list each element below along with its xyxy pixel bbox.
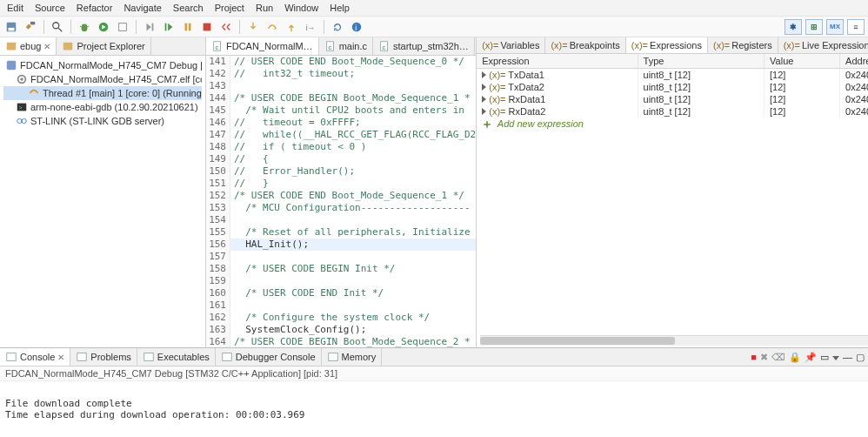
- code-line[interactable]: 164 /* USER CODE BEGIN Boot_Mode_Sequenc…: [206, 336, 476, 347]
- code-line[interactable]: 159: [206, 275, 476, 287]
- code-line[interactable]: 155 /* Reset of all peripherals, Initial…: [206, 226, 476, 239]
- pin-icon[interactable]: 📌: [805, 352, 817, 363]
- remove-icon[interactable]: ✖: [760, 352, 768, 363]
- code-line[interactable]: 146 // timeout = 0xFFFF;: [206, 117, 476, 129]
- column-header[interactable]: Type: [638, 54, 765, 69]
- expand-icon[interactable]: [482, 84, 486, 91]
- left-tab-project explorer[interactable]: Project Explorer: [57, 37, 150, 55]
- view-tab-registers[interactable]: (x)=Registers: [708, 37, 778, 53]
- code-line[interactable]: 147 // while((__HAL_RCC_GET_FLAG(RCC_FLA…: [206, 129, 476, 141]
- menu-help[interactable]: Help: [330, 3, 350, 13]
- menu-window[interactable]: Window: [284, 3, 318, 13]
- info-icon[interactable]: i: [349, 19, 364, 35]
- expression-row[interactable]: (x)= TxData2 uint8_t [12][12]0x24000280: [477, 81, 868, 93]
- menu-project[interactable]: Project: [215, 3, 244, 13]
- terminate-icon[interactable]: ■: [751, 352, 757, 363]
- code-line[interactable]: 157: [206, 251, 476, 263]
- left-tab-ebug[interactable]: ebug ✕: [0, 37, 57, 55]
- add-expression-row[interactable]: Add new expression: [477, 118, 868, 131]
- menu-refactor[interactable]: Refactor: [77, 3, 113, 13]
- perspective-debug[interactable]: ✱: [785, 19, 802, 35]
- perspective-mx[interactable]: MX: [826, 19, 844, 35]
- column-header[interactable]: Address: [840, 54, 868, 69]
- code-line[interactable]: 161: [206, 299, 476, 312]
- tree-item[interactable]: Thread #1 [main] 1 [core: 0] (Running : …: [3, 86, 202, 100]
- step-into-icon[interactable]: [245, 19, 261, 35]
- code-line[interactable]: 160 /* USER CODE END Init */: [206, 287, 476, 299]
- menu-icon[interactable]: [832, 352, 839, 363]
- view-tab-breakpoints[interactable]: (x)=Breakpoints: [545, 37, 625, 53]
- expression-row[interactable]: (x)= RxData2 uint8_t [12][12]0x2400028c: [477, 105, 868, 118]
- skip-icon[interactable]: [142, 19, 157, 35]
- view-tab-live expressions[interactable]: (x)=Live Expressions: [778, 37, 868, 53]
- code-line[interactable]: 141 // USER CODE END Boot_Mode_Sequence_…: [206, 56, 476, 68]
- code-line[interactable]: 145 /* Wait until CPU2 boots and enters …: [206, 104, 476, 117]
- column-header[interactable]: Expression: [477, 54, 638, 69]
- expand-icon[interactable]: [482, 108, 486, 115]
- reset-icon[interactable]: [330, 19, 345, 35]
- clear-icon[interactable]: ⌫: [771, 352, 785, 363]
- debug-tree[interactable]: FDCAN_NormalMode_H745_CM7 Debug [STM32 C…: [0, 56, 205, 131]
- menu-run[interactable]: Run: [256, 3, 273, 13]
- code-line[interactable]: 151 // }: [206, 178, 476, 190]
- view-tab-variables[interactable]: (x)=Variables: [477, 37, 545, 53]
- code-line[interactable]: 148 // if ( timeout < 0 ): [206, 141, 476, 153]
- display-icon[interactable]: ▭: [820, 352, 829, 363]
- console-tab-problems[interactable]: Problems: [70, 348, 137, 366]
- tree-item[interactable]: >_ arm-none-eabi-gdb (10.2.90.20210621): [3, 100, 202, 114]
- bug-icon[interactable]: [77, 19, 92, 35]
- tree-item[interactable]: FDCAN_NormalMode_H745_CM7 Debug [STM32 C…: [3, 58, 202, 72]
- console-tab-memory[interactable]: Memory: [322, 348, 383, 366]
- menu-navigate[interactable]: Navigate: [124, 3, 161, 13]
- minimize-icon[interactable]: —: [843, 352, 852, 363]
- perspective-other[interactable]: ≡: [847, 19, 865, 35]
- scroll-lock-icon[interactable]: 🔒: [789, 352, 801, 363]
- code-line[interactable]: 149 // {: [206, 153, 476, 165]
- console-tab-debugger console[interactable]: Debugger Console: [216, 348, 322, 366]
- expand-icon[interactable]: [482, 71, 486, 78]
- step-over-icon[interactable]: [264, 19, 280, 35]
- run-icon[interactable]: [96, 19, 111, 35]
- close-icon[interactable]: ✕: [43, 42, 50, 51]
- pause-icon[interactable]: [180, 19, 196, 35]
- code-line[interactable]: 154: [206, 214, 476, 226]
- tool-icon[interactable]: [115, 19, 130, 35]
- console-tab-executables[interactable]: Executables: [137, 348, 216, 366]
- code-line[interactable]: 158 /* USER CODE BEGIN Init */: [206, 263, 476, 275]
- save-icon[interactable]: [3, 19, 19, 35]
- stop-icon[interactable]: [199, 19, 215, 35]
- disconnect-icon[interactable]: [218, 19, 234, 35]
- code-line[interactable]: 152 /* USER CODE END Boot_Mode_Sequence_…: [206, 190, 476, 202]
- step-return-icon[interactable]: [284, 19, 299, 35]
- column-header[interactable]: Value: [765, 54, 840, 69]
- hammer-icon[interactable]: [23, 19, 38, 35]
- code-line[interactable]: 144 /* USER CODE BEGIN Boot_Mode_Sequenc…: [206, 92, 476, 104]
- close-icon[interactable]: ✕: [57, 353, 64, 362]
- code-line[interactable]: 153 /* MCU Configuration----------------…: [206, 202, 476, 214]
- code-line[interactable]: 162 /* Configure the system clock */: [206, 312, 476, 324]
- editor-tab[interactable]: c FDCAN_NormalM…: [206, 37, 319, 55]
- menu-source[interactable]: Source: [35, 3, 65, 13]
- tree-item[interactable]: ST-LINK (ST-LINK GDB server): [3, 114, 202, 128]
- code-line[interactable]: 150 // Error_Handler();: [206, 165, 476, 178]
- console-tab-console[interactable]: Console ✕: [0, 348, 70, 366]
- instr-step-icon[interactable]: i→: [303, 19, 318, 35]
- code-line[interactable]: 163 SystemClock_Config();: [206, 324, 476, 336]
- expression-row[interactable]: (x)= RxData1 uint8_t [12][12]0x24000228: [477, 93, 868, 105]
- horizontal-scrollbar[interactable]: [480, 335, 868, 346]
- editor-tab[interactable]: c main.c: [319, 37, 373, 55]
- code-editor[interactable]: 141 // USER CODE END Boot_Mode_Sequence_…: [206, 56, 476, 347]
- expressions-table[interactable]: ExpressionTypeValueAddress (x)= TxData1 …: [477, 54, 868, 131]
- code-line[interactable]: 156 HAL_Init();: [206, 239, 476, 251]
- menu-search[interactable]: Search: [173, 3, 204, 13]
- view-tab-expressions[interactable]: (x)=Expressions: [626, 37, 708, 53]
- expression-row[interactable]: (x)= TxData1 uint8_t [12][12]0x2400021c: [477, 69, 868, 82]
- tree-item[interactable]: FDCAN_NormalMode_H745_CM7.elf [cores: 0]: [3, 72, 202, 86]
- code-line[interactable]: 143: [206, 80, 476, 92]
- perspective-cpp[interactable]: ⊞: [805, 19, 823, 35]
- resume-icon[interactable]: [161, 19, 177, 35]
- maximize-icon[interactable]: ▢: [856, 352, 865, 363]
- menu-edit[interactable]: Edit: [7, 3, 23, 13]
- expand-icon[interactable]: [482, 96, 486, 103]
- editor-tab[interactable]: c startup_stm32h…: [373, 37, 475, 55]
